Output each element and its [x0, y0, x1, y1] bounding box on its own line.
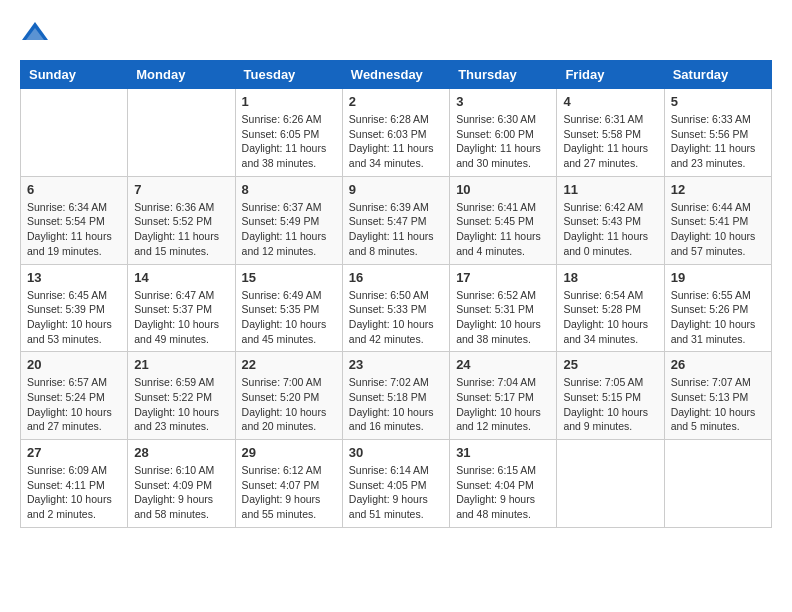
day-number: 13	[27, 270, 121, 285]
day-detail: Sunrise: 7:00 AM Sunset: 5:20 PM Dayligh…	[242, 375, 336, 434]
calendar-cell	[21, 89, 128, 177]
calendar-cell: 9Sunrise: 6:39 AM Sunset: 5:47 PM Daylig…	[342, 176, 449, 264]
calendar-cell: 7Sunrise: 6:36 AM Sunset: 5:52 PM Daylig…	[128, 176, 235, 264]
day-number: 1	[242, 94, 336, 109]
calendar-cell	[128, 89, 235, 177]
day-number: 11	[563, 182, 657, 197]
day-detail: Sunrise: 6:36 AM Sunset: 5:52 PM Dayligh…	[134, 200, 228, 259]
day-of-week-header: Wednesday	[342, 61, 449, 89]
logo	[20, 20, 56, 50]
day-number: 17	[456, 270, 550, 285]
day-detail: Sunrise: 6:59 AM Sunset: 5:22 PM Dayligh…	[134, 375, 228, 434]
day-number: 16	[349, 270, 443, 285]
day-detail: Sunrise: 6:10 AM Sunset: 4:09 PM Dayligh…	[134, 463, 228, 522]
day-detail: Sunrise: 6:12 AM Sunset: 4:07 PM Dayligh…	[242, 463, 336, 522]
day-detail: Sunrise: 6:37 AM Sunset: 5:49 PM Dayligh…	[242, 200, 336, 259]
day-number: 25	[563, 357, 657, 372]
day-detail: Sunrise: 7:02 AM Sunset: 5:18 PM Dayligh…	[349, 375, 443, 434]
calendar-cell: 14Sunrise: 6:47 AM Sunset: 5:37 PM Dayli…	[128, 264, 235, 352]
calendar-cell: 28Sunrise: 6:10 AM Sunset: 4:09 PM Dayli…	[128, 440, 235, 528]
calendar-header-row: SundayMondayTuesdayWednesdayThursdayFrid…	[21, 61, 772, 89]
day-detail: Sunrise: 6:49 AM Sunset: 5:35 PM Dayligh…	[242, 288, 336, 347]
day-detail: Sunrise: 6:09 AM Sunset: 4:11 PM Dayligh…	[27, 463, 121, 522]
calendar-cell: 3Sunrise: 6:30 AM Sunset: 6:00 PM Daylig…	[450, 89, 557, 177]
day-number: 27	[27, 445, 121, 460]
day-of-week-header: Thursday	[450, 61, 557, 89]
day-detail: Sunrise: 6:54 AM Sunset: 5:28 PM Dayligh…	[563, 288, 657, 347]
calendar-cell: 30Sunrise: 6:14 AM Sunset: 4:05 PM Dayli…	[342, 440, 449, 528]
day-number: 31	[456, 445, 550, 460]
calendar-cell: 16Sunrise: 6:50 AM Sunset: 5:33 PM Dayli…	[342, 264, 449, 352]
calendar-cell: 11Sunrise: 6:42 AM Sunset: 5:43 PM Dayli…	[557, 176, 664, 264]
calendar-week-row: 1Sunrise: 6:26 AM Sunset: 6:05 PM Daylig…	[21, 89, 772, 177]
day-number: 19	[671, 270, 765, 285]
day-number: 12	[671, 182, 765, 197]
calendar-cell: 21Sunrise: 6:59 AM Sunset: 5:22 PM Dayli…	[128, 352, 235, 440]
calendar-table: SundayMondayTuesdayWednesdayThursdayFrid…	[20, 60, 772, 528]
day-detail: Sunrise: 6:47 AM Sunset: 5:37 PM Dayligh…	[134, 288, 228, 347]
calendar-cell: 5Sunrise: 6:33 AM Sunset: 5:56 PM Daylig…	[664, 89, 771, 177]
day-detail: Sunrise: 6:15 AM Sunset: 4:04 PM Dayligh…	[456, 463, 550, 522]
day-number: 28	[134, 445, 228, 460]
calendar-cell: 22Sunrise: 7:00 AM Sunset: 5:20 PM Dayli…	[235, 352, 342, 440]
day-detail: Sunrise: 6:30 AM Sunset: 6:00 PM Dayligh…	[456, 112, 550, 171]
calendar-cell: 23Sunrise: 7:02 AM Sunset: 5:18 PM Dayli…	[342, 352, 449, 440]
calendar-cell: 12Sunrise: 6:44 AM Sunset: 5:41 PM Dayli…	[664, 176, 771, 264]
calendar-cell: 8Sunrise: 6:37 AM Sunset: 5:49 PM Daylig…	[235, 176, 342, 264]
calendar-cell: 15Sunrise: 6:49 AM Sunset: 5:35 PM Dayli…	[235, 264, 342, 352]
calendar-cell: 26Sunrise: 7:07 AM Sunset: 5:13 PM Dayli…	[664, 352, 771, 440]
day-detail: Sunrise: 6:31 AM Sunset: 5:58 PM Dayligh…	[563, 112, 657, 171]
calendar-cell: 29Sunrise: 6:12 AM Sunset: 4:07 PM Dayli…	[235, 440, 342, 528]
logo-icon	[20, 20, 50, 50]
day-number: 10	[456, 182, 550, 197]
calendar-week-row: 6Sunrise: 6:34 AM Sunset: 5:54 PM Daylig…	[21, 176, 772, 264]
day-number: 4	[563, 94, 657, 109]
day-number: 14	[134, 270, 228, 285]
day-number: 22	[242, 357, 336, 372]
page-header	[20, 20, 772, 50]
day-detail: Sunrise: 7:05 AM Sunset: 5:15 PM Dayligh…	[563, 375, 657, 434]
calendar-cell: 24Sunrise: 7:04 AM Sunset: 5:17 PM Dayli…	[450, 352, 557, 440]
calendar-cell: 18Sunrise: 6:54 AM Sunset: 5:28 PM Dayli…	[557, 264, 664, 352]
day-number: 5	[671, 94, 765, 109]
day-number: 7	[134, 182, 228, 197]
calendar-cell: 6Sunrise: 6:34 AM Sunset: 5:54 PM Daylig…	[21, 176, 128, 264]
calendar-cell: 4Sunrise: 6:31 AM Sunset: 5:58 PM Daylig…	[557, 89, 664, 177]
calendar-cell: 2Sunrise: 6:28 AM Sunset: 6:03 PM Daylig…	[342, 89, 449, 177]
day-number: 26	[671, 357, 765, 372]
day-detail: Sunrise: 6:39 AM Sunset: 5:47 PM Dayligh…	[349, 200, 443, 259]
calendar-cell	[664, 440, 771, 528]
calendar-cell: 27Sunrise: 6:09 AM Sunset: 4:11 PM Dayli…	[21, 440, 128, 528]
day-detail: Sunrise: 6:44 AM Sunset: 5:41 PM Dayligh…	[671, 200, 765, 259]
day-number: 23	[349, 357, 443, 372]
day-detail: Sunrise: 7:07 AM Sunset: 5:13 PM Dayligh…	[671, 375, 765, 434]
day-of-week-header: Sunday	[21, 61, 128, 89]
calendar-cell: 20Sunrise: 6:57 AM Sunset: 5:24 PM Dayli…	[21, 352, 128, 440]
calendar-cell: 13Sunrise: 6:45 AM Sunset: 5:39 PM Dayli…	[21, 264, 128, 352]
day-of-week-header: Tuesday	[235, 61, 342, 89]
calendar-cell: 31Sunrise: 6:15 AM Sunset: 4:04 PM Dayli…	[450, 440, 557, 528]
day-number: 8	[242, 182, 336, 197]
calendar-cell: 1Sunrise: 6:26 AM Sunset: 6:05 PM Daylig…	[235, 89, 342, 177]
day-of-week-header: Saturday	[664, 61, 771, 89]
day-detail: Sunrise: 6:41 AM Sunset: 5:45 PM Dayligh…	[456, 200, 550, 259]
day-number: 18	[563, 270, 657, 285]
day-number: 3	[456, 94, 550, 109]
day-detail: Sunrise: 6:52 AM Sunset: 5:31 PM Dayligh…	[456, 288, 550, 347]
calendar-cell: 17Sunrise: 6:52 AM Sunset: 5:31 PM Dayli…	[450, 264, 557, 352]
day-detail: Sunrise: 6:26 AM Sunset: 6:05 PM Dayligh…	[242, 112, 336, 171]
day-number: 21	[134, 357, 228, 372]
calendar-week-row: 20Sunrise: 6:57 AM Sunset: 5:24 PM Dayli…	[21, 352, 772, 440]
calendar-cell: 10Sunrise: 6:41 AM Sunset: 5:45 PM Dayli…	[450, 176, 557, 264]
day-number: 2	[349, 94, 443, 109]
calendar-week-row: 27Sunrise: 6:09 AM Sunset: 4:11 PM Dayli…	[21, 440, 772, 528]
day-number: 6	[27, 182, 121, 197]
day-detail: Sunrise: 6:50 AM Sunset: 5:33 PM Dayligh…	[349, 288, 443, 347]
day-number: 9	[349, 182, 443, 197]
calendar-cell: 19Sunrise: 6:55 AM Sunset: 5:26 PM Dayli…	[664, 264, 771, 352]
day-detail: Sunrise: 6:28 AM Sunset: 6:03 PM Dayligh…	[349, 112, 443, 171]
day-number: 24	[456, 357, 550, 372]
day-number: 20	[27, 357, 121, 372]
day-detail: Sunrise: 6:57 AM Sunset: 5:24 PM Dayligh…	[27, 375, 121, 434]
day-of-week-header: Monday	[128, 61, 235, 89]
